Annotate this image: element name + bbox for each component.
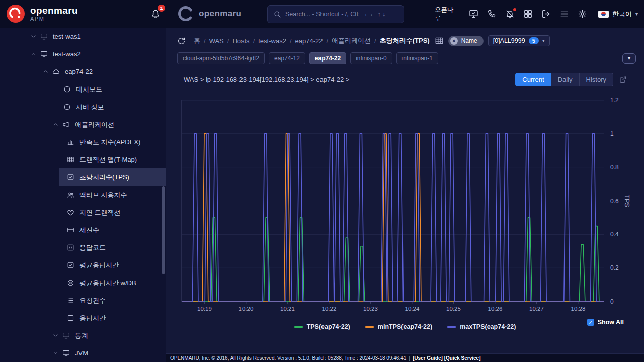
sidebar-item-label: 초당처리수(TPS) [79, 173, 129, 182]
x-tick-label: 10:27 [529, 306, 544, 312]
grid4-icon[interactable] [523, 9, 533, 19]
breadcrumb-item[interactable]: WAS [209, 37, 224, 45]
chevron-down-icon[interactable] [52, 350, 62, 356]
chevron-up-icon[interactable] [30, 51, 40, 57]
logout-icon[interactable] [541, 9, 551, 19]
sidebar-item[interactable]: 애플리케이션 [0, 116, 166, 133]
sidebar-item[interactable]: 트랜잭션 맵(T-Map) [0, 151, 166, 168]
instance-dropdown[interactable]: [0]ALL9999 5 ▾ [488, 35, 550, 46]
sidebar-item-label: 응답시간 [79, 314, 106, 323]
brand-text: openmaru APM [30, 6, 78, 22]
caret-down-icon: ▾ [635, 12, 638, 17]
legend-label: minTPS(eap74-22) [378, 323, 432, 330]
was-instance-chip[interactable]: infinispan-0 [350, 52, 392, 64]
phone-icon[interactable] [487, 9, 497, 19]
name-filter-tag[interactable]: × Name [448, 36, 484, 46]
sidebar-item[interactable]: 서버 정보 [0, 98, 166, 116]
chevron-down-icon[interactable] [30, 33, 40, 40]
x-tick-label: 10:28 [571, 306, 586, 312]
legend-item[interactable]: maxTPS(eap74-22) [447, 323, 516, 330]
card-icon [67, 226, 78, 234]
monitor-icon [40, 50, 51, 58]
sidebar-item-label: test-was2 [53, 50, 81, 58]
table-view-icon[interactable] [435, 36, 444, 45]
history-button[interactable]: History [580, 73, 613, 86]
brand-name: openmaru [30, 6, 78, 16]
was-instance-chip[interactable]: eap74-12 [269, 52, 305, 64]
y-axis-title: TPS [623, 195, 630, 207]
sidebar-item[interactable]: 평균응답시간 w/DB [0, 274, 166, 292]
remove-tag-icon[interactable]: × [450, 37, 458, 45]
refresh-button[interactable] [177, 37, 186, 45]
breadcrumb-separator: / [204, 37, 206, 45]
search-box[interactable] [267, 5, 404, 23]
chevron-up-icon[interactable] [52, 121, 62, 128]
breadcrumb-item[interactable]: Hosts [232, 37, 249, 45]
sidebar-item[interactable]: 응답코드 [0, 239, 166, 256]
bell-icon[interactable]: 1 [150, 8, 161, 19]
filter-cluster: × Name [0]ALL9999 5 ▾ [435, 35, 550, 46]
target-icon [67, 279, 78, 287]
daily-button[interactable]: Daily [551, 73, 580, 86]
tenant-switcher[interactable]: openmaru [177, 5, 242, 22]
x-tick-label: 10:24 [405, 306, 420, 312]
sidebar-item[interactable]: 통계 [0, 327, 166, 344]
chart-legend: TPS(eap74-22)minTPS(eap74-22)maxTPS(eap7… [294, 323, 516, 330]
sidebar-item[interactable]: 평균응답시간 [0, 256, 166, 274]
was-instance-chip[interactable]: eap74-22 [309, 52, 346, 64]
brand[interactable]: openmaru APM [6, 4, 78, 23]
breadcrumb-item[interactable]: 홈 [194, 36, 200, 45]
monitor-check-icon[interactable] [469, 9, 478, 19]
sidebar-item[interactable]: 응답시간 [0, 309, 166, 327]
sidebar-item[interactable]: test-was2 [0, 45, 166, 63]
sidebar-item[interactable]: 초당처리수(TPS) [0, 168, 166, 186]
main-content: 홈/WAS/Hosts/test-was2/eap74-22/애플리케이션/초당… [166, 28, 644, 362]
y-tick-label: 0.6 [610, 198, 619, 205]
topbar-icon-cluster [469, 9, 587, 19]
sidebar-item[interactable]: 만족도 지수(APDEX) [0, 133, 166, 151]
menu-icon[interactable] [559, 9, 569, 19]
breadcrumb-separator: / [290, 37, 292, 45]
sidebar-item[interactable]: 세션수 [0, 221, 166, 239]
breadcrumb-item[interactable]: 애플리케이션 [332, 36, 371, 45]
chevron-up-icon[interactable] [42, 68, 52, 75]
search-input[interactable] [285, 11, 398, 18]
footer-text: OPENMARU, Inc. © 2016, All Rights Reserv… [170, 355, 406, 361]
collapse-panel-button[interactable]: ▾ [622, 53, 636, 64]
sidebar-item[interactable]: 액티브 사용자수 [0, 186, 166, 204]
breadcrumb-row: 홈/WAS/Hosts/test-was2/eap74-22/애플리케이션/초당… [177, 34, 637, 48]
caret-down-icon: ▾ [628, 56, 630, 61]
sidebar-item[interactable]: 대시보드 [0, 80, 166, 98]
monitor-icon [62, 332, 73, 339]
breadcrumb-item[interactable]: 초당처리수(TPS) [380, 36, 430, 45]
user-name[interactable]: 오픈나루 [435, 6, 459, 22]
language-selector[interactable]: 한국어 ▾ [598, 10, 638, 19]
legend-item[interactable]: TPS(eap74-22) [294, 323, 350, 330]
sidebar-item[interactable]: 지연 트랜잭션 [0, 204, 166, 221]
breadcrumb-separator: / [374, 37, 376, 45]
sidebar-item-label: 액티브 사용자수 [79, 191, 127, 200]
cloud-icon [52, 68, 63, 75]
bell-off-icon[interactable] [505, 9, 515, 19]
breadcrumb-item[interactable]: test-was2 [258, 37, 286, 45]
sidebar-item[interactable]: JVM [0, 344, 166, 362]
current-button[interactable]: Current [515, 73, 551, 86]
sidebar-item-label: 지연 트랜잭션 [79, 208, 121, 217]
gear-icon[interactable] [578, 9, 587, 19]
was-path: WAS > ip-192-168-23-194[192.168.23.194] … [184, 76, 349, 83]
chevron-down-icon[interactable] [52, 332, 62, 339]
chart-series [182, 134, 604, 302]
was-instance-chip[interactable]: cloud-apm-5fd5b7c964-kjdf2 [177, 52, 265, 64]
sidebar-item[interactable]: test-was1 [0, 28, 166, 45]
sidebar-item[interactable]: 요청건수 [0, 292, 166, 309]
checkbox-checked-icon[interactable]: ✓ [587, 319, 594, 326]
legend-item[interactable]: minTPS(eap74-22) [365, 323, 432, 330]
sidebar-item[interactable]: eap74-22 [0, 63, 166, 80]
external-link-icon[interactable] [619, 76, 627, 83]
breadcrumb-item[interactable]: eap74-22 [295, 37, 323, 45]
show-all-toggle[interactable]: ✓ Show All [587, 319, 624, 326]
y-tick-label: 1.2 [610, 97, 619, 104]
was-instance-chip[interactable]: infinispan-1 [396, 52, 438, 64]
footer-links[interactable]: [User Guide] [Quick Service] [413, 355, 481, 361]
sidebar-scrollbar[interactable] [162, 186, 165, 274]
